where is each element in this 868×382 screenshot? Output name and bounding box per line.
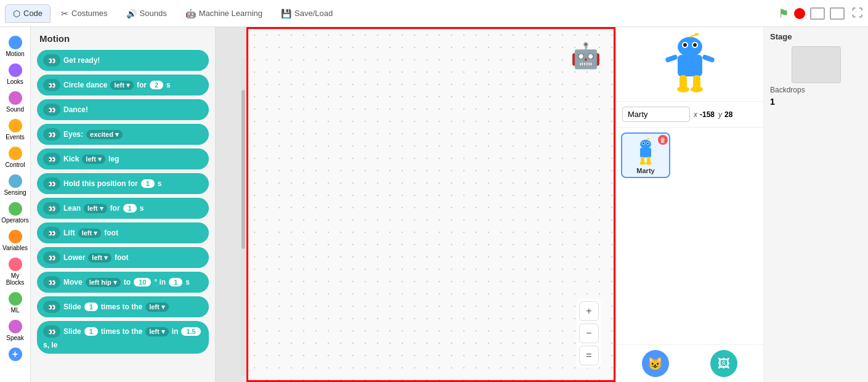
block-text-9a: Move [63,278,83,286]
block-num-9b[interactable]: 1 [169,278,182,286]
block-icon-11: 👀 [43,325,60,338]
tab-saveload[interactable]: 💾 Save/Load [273,4,341,23]
top-right-controls: ⚑ ⛶ [778,6,863,21]
category-operators-label: Operators [1,217,28,224]
category-control-label: Control [5,161,25,168]
category-looks[interactable]: Looks [1,61,30,87]
fullscreen-button[interactable]: ⛶ [852,7,863,20]
block-num-5[interactable]: 1 [141,179,155,188]
category-add[interactable]: + [1,345,30,365]
block-text-11b: times to the [101,327,142,336]
block-dance[interactable]: 👀 Dance! [37,99,209,120]
tab-code-label: Code [23,9,43,18]
block-dd-6[interactable]: left ▾ [84,204,107,213]
block-dd-1[interactable]: left ▾ [110,81,134,90]
block-text-6a: Lean [63,204,81,213]
sprite-thumb-label: Marty [636,167,654,174]
saveload-icon: 💾 [281,9,291,18]
block-text-5b: s [158,179,162,188]
tab-costumes[interactable]: ✂ Costumes [53,4,116,23]
block-hold[interactable]: 👀 Hold this position for 1 s [37,173,209,194]
tab-code[interactable]: ⬡ Code [5,4,51,23]
block-text-3a: Eyes: [63,130,83,139]
block-icon-2: 👀 [43,104,60,116]
block-dd-4[interactable]: left ▾ [82,155,105,164]
block-icon-8: 👀 [43,251,60,264]
block-num-10[interactable]: 1 [84,303,98,311]
block-lower[interactable]: 👀 Lower left ▾ foot [37,247,209,268]
block-kick[interactable]: 👀 Kick left ▾ leg [37,148,209,169]
blocks-list: 👀 Get ready! 👀 Circle dance left ▾ for 2… [31,47,215,382]
layout-full-button[interactable] [830,7,845,20]
scroll-thumb [241,90,245,249]
blocks-panel-wrap: Motion 👀 Get ready! 👀 Circle dance left … [31,27,246,382]
category-speak[interactable]: Speak [1,317,30,344]
block-icon-10: 👀 [43,301,60,313]
variables-dot [9,230,22,243]
block-text-11c: in [172,327,179,336]
category-motion[interactable]: Motion [1,33,30,60]
y-value: 28 [724,110,732,119]
blocks-header: Motion [31,27,215,47]
stop-button[interactable] [794,8,805,19]
events-dot [9,119,22,132]
scroll-indicator[interactable] [241,58,245,376]
category-motion-label: Motion [6,51,24,57]
block-dd-7[interactable]: left ▾ [78,229,102,238]
category-events[interactable]: Events [1,116,30,143]
category-variables[interactable]: Variables [1,227,30,254]
block-num-6[interactable]: 1 [123,204,137,213]
tab-sounds[interactable]: 🔊 Sounds [118,4,175,23]
zoom-in-button[interactable]: + [579,301,599,321]
block-lift[interactable]: 👀 Lift left ▾ foot [37,222,209,243]
block-num-11b[interactable]: 1.5 [181,327,200,336]
block-get-ready[interactable]: 👀 Get ready! [37,50,209,71]
category-control[interactable]: Control [1,144,30,171]
block-dd-8[interactable]: left ▾ [88,253,112,262]
category-myblocks[interactable]: My Blocks [1,255,30,288]
block-text-5a: Hold this position for [63,179,138,188]
zoom-out-button[interactable]: − [579,323,599,343]
block-num-9a[interactable]: 10 [134,278,151,286]
block-dd-10[interactable]: left ▾ [145,303,169,312]
block-text-9b: to [124,278,131,286]
tab-ml[interactable]: 🤖 Machine Learning [177,4,270,23]
category-ml-label: ML [11,307,20,314]
block-eyes[interactable]: 👀 Eyes: excited ▾ [37,124,209,145]
category-sensing[interactable]: Sensing [1,172,30,198]
category-sound[interactable]: Sound [1,89,30,115]
tab-saveload-label: Save/Load [294,9,333,18]
block-slide1[interactable]: 👀 Slide 1 times to the left ▾ [37,296,209,317]
code-icon: ⬡ [13,9,20,18]
category-ml[interactable]: ML [1,290,30,316]
stage-backdrop-button[interactable]: 🖼 [710,350,737,377]
block-num-11a[interactable]: 1 [84,327,98,336]
sprite-delete-button[interactable]: 🗑 [658,135,668,145]
block-circle-dance[interactable]: 👀 Circle dance left ▾ for 2 s [37,75,209,96]
block-text-4b: leg [108,155,119,163]
block-text-10a: Slide [63,303,81,311]
costumes-icon: ✂ [61,9,68,18]
block-slide2[interactable]: 👀 Slide 1 times to the left ▾ in 1.5 s, … [37,321,209,354]
block-dd-11[interactable]: left ▾ [145,327,169,336]
svg-rect-8 [665,54,678,63]
green-flag-button[interactable]: ⚑ [778,6,789,21]
sprite-library-button[interactable]: 😺 [642,350,669,377]
block-icon-9: 👀 [43,276,60,288]
looks-dot [9,63,22,77]
sprite-name-input[interactable] [622,107,690,122]
coord-x-group: x -158 [694,110,715,119]
zoom-reset-button[interactable]: = [579,346,599,365]
svg-point-25 [646,161,651,165]
svg-point-18 [643,142,644,144]
block-num-1[interactable]: 2 [150,81,163,89]
sprite-thumb-marty[interactable]: 🗑 [621,132,670,178]
x-value: -158 [700,110,715,119]
block-dd-3[interactable]: excited ▾ [86,130,123,139]
category-operators[interactable]: Operators [1,200,30,226]
block-lean[interactable]: 👀 Lean left ▾ for 1 s [37,198,209,219]
block-move[interactable]: 👀 Move left hip ▾ to 10 ° in 1 s [37,272,209,293]
layout-split-button[interactable] [810,7,825,20]
block-dd-9[interactable]: left hip ▾ [86,278,121,287]
block-text-8a: Lower [63,253,85,262]
